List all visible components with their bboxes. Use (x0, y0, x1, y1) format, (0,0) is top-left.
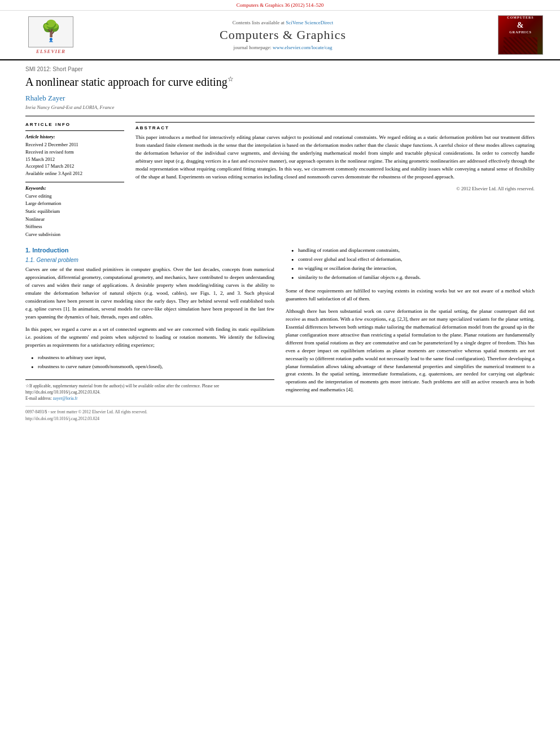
keyword-3: Nonlinear (25, 216, 124, 224)
cg-logo-box: COMPUTERS & GRAPHICS (498, 15, 543, 55)
history-online: Available online 3 April 2012 (25, 170, 124, 177)
history-item-1: Received in revised form (25, 149, 74, 155)
article-info-label: ARTICLE INFO (25, 122, 124, 127)
history-item-0: Received 2 December 2011 (25, 142, 78, 147)
abstract-section: ABSTRACT This paper introduces a method … (135, 122, 535, 191)
intro-title: Introduction (32, 247, 68, 254)
bullet-item-right-0: handling of rotation and displacement co… (291, 247, 535, 255)
journal-homepage-line: journal homepage: www.elsevier.com/locat… (85, 45, 481, 50)
body-content: 1. Introduction 1.1. General problem Cur… (25, 247, 535, 401)
history-revised-date: 15 March 2012 (25, 156, 124, 163)
keywords-section: Keywords: Curve editing Large deformatio… (25, 182, 124, 239)
bullet-item-right-3: similarity to the deformation of familia… (291, 274, 535, 282)
history-revised-label: Received in revised form (25, 148, 124, 156)
paper-title: A nonlinear static approach for curve ed… (25, 75, 535, 89)
paper-content: SMI 2012: Short Paper A nonlinear static… (0, 60, 560, 428)
homepage-url: www.elsevier.com/locate/cag (273, 45, 332, 50)
sciverse-line: Contents lists available at SciVerse Sci… (85, 20, 481, 25)
body-left-column: 1. Introduction 1.1. General problem Cur… (25, 247, 274, 401)
bottom-line-2: http://dx.doi.org/10.1016/j.cag.2012.03.… (25, 416, 535, 422)
body-right-column: handling of rotation and displacement co… (286, 247, 535, 401)
keyword-0: Curve editing (25, 193, 124, 200)
history-accepted: Accepted 17 March 2012 (25, 163, 124, 170)
article-history: Article history: Received 2 December 201… (25, 130, 124, 177)
cg-logo-amp: & (517, 20, 524, 30)
subsection-number: 1.1. (25, 257, 35, 263)
smi-label: SMI 2012: Short Paper (25, 66, 535, 72)
intro-heading: 1. Introduction (25, 247, 274, 254)
bullet-item-right-2: no wiggling or oscillation during the in… (291, 265, 535, 273)
history-label: Article history: (25, 134, 124, 139)
sciverse-link: SciVerse ScienceDirect (286, 20, 333, 25)
keyword-1: Large deformation (25, 200, 124, 208)
keyword-5: Curve subdivision (25, 231, 124, 239)
keywords-label: Keywords: (25, 185, 124, 191)
footnote-area: ☆If applicable, supplementary material f… (25, 379, 274, 402)
right-para-2: Although there has been substantial work… (286, 308, 535, 394)
history-item-2: 15 March 2012 (25, 156, 55, 162)
tree-icon: 🌳 (41, 21, 61, 37)
cg-logo-area: COMPUTERS & GRAPHICS (481, 15, 543, 55)
bottom-line-1: 0097-8493/$ - see front matter © 2012 El… (25, 409, 535, 416)
citation-bar: Computers & Graphics 36 (2012) 514–520 (0, 0, 560, 11)
homepage-label: journal homepage: (234, 45, 272, 50)
paper-title-text: A nonlinear static approach for curve ed… (25, 76, 228, 88)
abstract-column: ABSTRACT This paper introduces a method … (135, 122, 535, 238)
intro-para-1: Curves are one of the most studied primi… (25, 266, 274, 321)
cg-logo-top: COMPUTERS (507, 16, 533, 20)
copyright-line: © 2012 Elsevier Ltd. All rights reserved… (135, 186, 535, 191)
subsection-title: General problem (36, 257, 78, 263)
abstract-text: This paper introduces a method for inter… (135, 134, 535, 181)
bullet-list-right: handling of rotation and displacement co… (291, 247, 535, 282)
footnote-star-text: ☆If applicable, supplementary material f… (25, 383, 219, 395)
intro-number: 1. (25, 247, 30, 254)
elsevier-logo-area: 🌳 👤 ELSEVIER (17, 16, 85, 54)
abstract-label: ABSTRACT (135, 125, 535, 130)
footnote-email: E-mail address: zayer@loria.fr (25, 395, 274, 401)
citation-text: Computers & Graphics 36 (2012) 514–520 (237, 2, 324, 8)
history-item-3: Accepted 17 March 2012 (25, 163, 74, 169)
article-info-abstract: ARTICLE INFO Article history: Received 2… (25, 116, 535, 238)
bullet-item-right-1: control over global and local effect of … (291, 256, 535, 264)
bullet-item-left-0: robustness to arbitrary user input, (31, 354, 274, 362)
subsection-heading: 1.1. General problem (25, 257, 274, 263)
elsevier-logo: 🌳 👤 ELSEVIER (17, 16, 85, 54)
bottom-bar: 0097-8493/$ - see front matter © 2012 El… (25, 406, 535, 422)
right-para-1: Some of these requirements are fulfilled… (286, 287, 535, 303)
sciverse-prefix: Contents lists available at (233, 20, 286, 25)
keyword-4: Stiffness (25, 223, 124, 231)
paper-title-star: ☆ (228, 75, 234, 83)
logo-person: 👤 (49, 38, 54, 42)
history-item-4: Available online 3 April 2012 (25, 171, 82, 176)
elsevier-logo-box: 🌳 👤 (28, 16, 73, 47)
article-info-column: ARTICLE INFO Article history: Received 2… (25, 122, 124, 238)
footnote-email-label: E-mail address: (25, 396, 52, 401)
author-name: Rhaleb Zayer (25, 94, 535, 103)
history-received: Received 2 December 2011 (25, 141, 124, 148)
footnote-star: ☆If applicable, supplementary material f… (25, 383, 274, 396)
journal-title: Computers & Graphics (85, 28, 481, 42)
journal-header: 🌳 👤 ELSEVIER Contents lists available at… (0, 11, 560, 60)
bullet-list-left: robustness to arbitrary user input, robu… (31, 354, 274, 371)
cg-logo-image (504, 37, 537, 54)
intro-para-2: In this paper, we regard a curve as a se… (25, 326, 274, 350)
journal-center: Contents lists available at SciVerse Sci… (85, 20, 481, 50)
keyword-2: Static equilibrium (25, 208, 124, 216)
bullet-item-left-1: robustness to curve nature (smooth/nonsm… (31, 363, 274, 371)
footnote-email-address: zayer@loria.fr (53, 396, 78, 401)
elsevier-label: ELSEVIER (36, 49, 65, 54)
author-affiliation: Inria Nancy Grand-Est and LORIA, France (25, 104, 535, 110)
cg-logo-bottom: GRAPHICS (509, 30, 532, 35)
